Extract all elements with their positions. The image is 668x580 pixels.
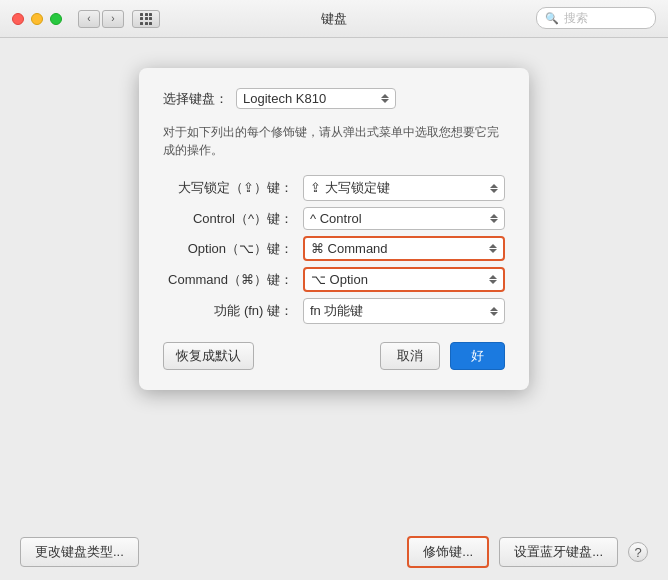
modifier-select-option[interactable]: ⌘ Command [303, 236, 505, 261]
modifier-label-option: Option（⌥）键： [163, 240, 303, 258]
select-arrow-command-icon [489, 275, 497, 284]
restore-defaults-button[interactable]: 恢复成默认 [163, 342, 254, 370]
dialog-panel: 选择键盘： Logitech K810 对于如下列出的每个修饰键，请从弹出式菜单… [139, 68, 529, 390]
modifier-row-control: Control（^）键： ^ Control [163, 207, 505, 230]
back-button[interactable]: ‹ [78, 10, 100, 28]
modifier-row-option: Option（⌥）键： ⌘ Command [163, 236, 505, 261]
keyboard-select-value: Logitech K810 [243, 91, 375, 106]
modifier-select-value-capslock: ⇪ 大写锁定键 [310, 179, 490, 197]
modifier-row-command: Command（⌘）键： ⌥ Option [163, 267, 505, 292]
modifier-select-value-control: ^ Control [310, 211, 490, 226]
select-arrow-control-icon [490, 214, 498, 223]
nav-buttons: ‹ › [78, 10, 124, 28]
forward-button[interactable]: › [102, 10, 124, 28]
close-button[interactable] [12, 13, 24, 25]
modifier-select-fn[interactable]: fn 功能键 [303, 298, 505, 324]
help-button[interactable]: ? [628, 542, 648, 562]
modifier-select-value-command: ⌥ Option [311, 272, 489, 287]
ok-button[interactable]: 好 [450, 342, 505, 370]
select-arrow-option-icon [489, 244, 497, 253]
grid-button[interactable] [132, 10, 160, 28]
modifier-keys-button[interactable]: 修饰键... [407, 536, 489, 568]
select-arrow-icon [381, 94, 389, 103]
main-window: ‹ › 键盘 🔍 搜索 选择键盘： Logitech K810 [0, 0, 668, 580]
titlebar: ‹ › 键盘 🔍 搜索 [0, 0, 668, 38]
change-keyboard-type-button[interactable]: 更改键盘类型... [20, 537, 139, 567]
main-content: 选择键盘： Logitech K810 对于如下列出的每个修饰键，请从弹出式菜单… [0, 38, 668, 580]
keyboard-selector-label: 选择键盘： [163, 90, 228, 108]
modifier-row-capslock: 大写锁定（⇪）键： ⇪ 大写锁定键 [163, 175, 505, 201]
modifier-select-command[interactable]: ⌥ Option [303, 267, 505, 292]
keyboard-selector-row: 选择键盘： Logitech K810 [163, 88, 505, 109]
description-text: 对于如下列出的每个修饰键，请从弹出式菜单中选取您想要它完 成的操作。 [163, 123, 505, 159]
search-icon: 🔍 [545, 12, 559, 25]
dialog-right-buttons: 取消 好 [380, 342, 505, 370]
modifier-label-command: Command（⌘）键： [163, 271, 303, 289]
cancel-button[interactable]: 取消 [380, 342, 440, 370]
modifier-select-value-option: ⌘ Command [311, 241, 489, 256]
setup-bluetooth-button[interactable]: 设置蓝牙键盘... [499, 537, 618, 567]
modifier-label-fn: 功能 (fn) 键： [163, 302, 303, 320]
traffic-lights [12, 13, 62, 25]
dialog-buttons: 恢复成默认 取消 好 [163, 342, 505, 370]
modifier-select-value-fn: fn 功能键 [310, 302, 490, 320]
maximize-button[interactable] [50, 13, 62, 25]
search-placeholder: 搜索 [564, 10, 588, 27]
minimize-button[interactable] [31, 13, 43, 25]
modifier-select-capslock[interactable]: ⇪ 大写锁定键 [303, 175, 505, 201]
modifier-row-fn: 功能 (fn) 键： fn 功能键 [163, 298, 505, 324]
select-arrow-capslock-icon [490, 184, 498, 193]
bottom-right-buttons: 修饰键... 设置蓝牙键盘... ? [407, 536, 648, 568]
bottom-bar: 更改键盘类型... 修饰键... 设置蓝牙键盘... ? [0, 524, 668, 580]
keyboard-select[interactable]: Logitech K810 [236, 88, 396, 109]
modifier-table: 大写锁定（⇪）键： ⇪ 大写锁定键 Control（^）键： ^ Control [163, 175, 505, 324]
search-box[interactable]: 🔍 搜索 [536, 7, 656, 29]
window-title: 键盘 [321, 10, 347, 28]
select-arrow-fn-icon [490, 307, 498, 316]
modifier-select-control[interactable]: ^ Control [303, 207, 505, 230]
modifier-label-capslock: 大写锁定（⇪）键： [163, 179, 303, 197]
modifier-label-control: Control（^）键： [163, 210, 303, 228]
